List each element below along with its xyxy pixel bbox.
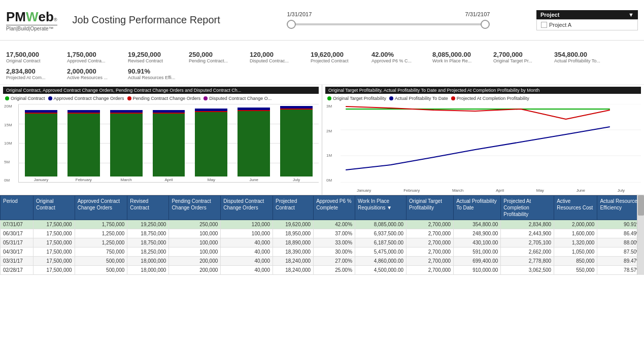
bar-overlay-red xyxy=(67,113,100,114)
kpi-item: 8,085,000.00Work In Place Re... xyxy=(432,50,493,64)
kpi-items-row1: 17,500,000Original Contract1,750,000Appr… xyxy=(6,50,638,64)
sort-icon-wip[interactable]: ▼ xyxy=(387,205,392,210)
th-approved-cco: Approved Contract Change Orders xyxy=(75,196,127,220)
th-actual-profit: Actual Profitability To Date xyxy=(454,196,501,220)
kpi-label: Approved P6 % C... xyxy=(371,58,426,63)
table-cell: 699,400.00 xyxy=(454,257,501,266)
logo-tagline: Plan|Build|Operate™ xyxy=(6,25,57,31)
table-cell: 02/28/17 xyxy=(1,266,33,275)
legend-dot-green xyxy=(5,96,9,100)
logo-leaf-icon: W xyxy=(26,9,39,25)
scrollbar-thumb[interactable] xyxy=(638,195,644,216)
project-filter-title: Project xyxy=(540,12,559,18)
table-cell: 2,700,000 xyxy=(406,220,454,229)
kpi-label: Approved Contra... xyxy=(67,58,122,63)
table-cell: 2,700,000 xyxy=(406,229,454,238)
bar xyxy=(280,106,313,176)
bar-overlay-red xyxy=(110,113,143,114)
grid-line-bottom xyxy=(18,182,319,183)
table-cell: 100,000 xyxy=(169,238,221,247)
line-chart-legend: Original Target Profitability Actual Pro… xyxy=(325,95,641,102)
table-cell: 2,700,000 xyxy=(406,257,454,266)
slider-left-thumb[interactable] xyxy=(287,20,296,29)
bar xyxy=(67,110,100,176)
legend-approved-cco: Approved Contract Change Orders xyxy=(48,96,124,101)
table-cell: 17,500,000 xyxy=(33,257,75,266)
table-cell: 17,500,000 xyxy=(33,238,75,247)
table-cell: 07/31/07 xyxy=(1,220,33,229)
bar-group: March xyxy=(106,104,147,182)
grid-line xyxy=(18,104,319,104)
th-original-target: Original Target Profitability xyxy=(406,196,454,220)
th-approved-p6: Approved P6 % Complete xyxy=(314,196,355,220)
table-cell: 591,000.00 xyxy=(454,247,501,257)
table-row: 04/30/1717,500,000750,00018,250,000100,0… xyxy=(1,247,644,257)
kpi-items-row2: 2,834,800Projected At Com...2,000,000Act… xyxy=(6,66,638,81)
charts-section: Original Contract, Approved Contract Cha… xyxy=(0,85,644,195)
scrollbar[interactable] xyxy=(637,195,644,275)
th-work-in-place: Work In Place Requisitions ▼ xyxy=(355,196,406,220)
table-cell: 910,000.00 xyxy=(454,266,501,275)
project-options: Project A xyxy=(536,19,638,30)
logo: PM W eb ® xyxy=(6,9,57,25)
table-cell: 2,700,000 xyxy=(406,238,454,247)
table-cell: 250,000 xyxy=(169,220,221,229)
y-axis: 20M 15M 10M 5M 0M xyxy=(4,104,12,183)
project-checkbox[interactable] xyxy=(541,22,547,28)
project-label: Project A xyxy=(549,22,571,28)
table-cell: 3,062,500 xyxy=(501,266,554,275)
table-row: 07/31/0717,500,0001,750,00019,250,000250… xyxy=(1,220,644,229)
table-cell: 200,000 xyxy=(169,266,221,275)
kpi-value: 90.91% xyxy=(128,67,183,75)
kpi-label: Actual Resources Effi... xyxy=(128,75,183,80)
date-range: 1/31/2017 7/31/2107 xyxy=(251,11,526,29)
table-cell: 500,000 xyxy=(75,266,127,275)
table-cell: 40,000 xyxy=(221,238,273,247)
slider-right-thumb[interactable] xyxy=(481,20,490,29)
date-slider[interactable] xyxy=(287,23,490,25)
table-cell: 18,240,000 xyxy=(273,257,314,266)
table-cell: 120,000 xyxy=(221,220,273,229)
table-cell: 354,800.00 xyxy=(454,220,501,229)
line-chart-panel: Original Target Profitability, Actual Pr… xyxy=(322,85,644,195)
line-chart-title: Original Target Profitability, Actual Pr… xyxy=(325,87,641,94)
kpi-label: Original Target Pr... xyxy=(493,58,548,63)
table-cell: 27.00% xyxy=(314,257,355,266)
table-cell: 40,000 xyxy=(221,247,273,257)
legend-dot-green2 xyxy=(327,96,331,100)
report-title: Job Costing Performance Report xyxy=(73,14,220,26)
kpi-label: Projected At Com... xyxy=(6,75,61,80)
table-header-row: Period Original Contract Approved Contra… xyxy=(1,196,644,220)
table-cell: 750,000 xyxy=(75,247,127,257)
table-cell: 1,320,000 xyxy=(554,238,597,247)
kpi-value: 250,000 xyxy=(189,51,244,58)
kpi-row-1 xyxy=(0,41,644,47)
table-cell: 25.00% xyxy=(314,266,355,275)
table-cell: 100,000 xyxy=(221,229,273,238)
kpi-item: 2,000,000Active Resources ... xyxy=(67,66,128,81)
table-cell: 05/31/17 xyxy=(1,238,33,247)
table-cell: 430,100.00 xyxy=(454,238,501,247)
project-option-a[interactable]: Project A xyxy=(541,22,633,28)
table-cell: 248,900.00 xyxy=(454,229,501,238)
th-projected-contract: Projected Contract xyxy=(273,196,314,220)
legend-pending-cco: Pending Contract Change Orders xyxy=(127,96,201,101)
end-date: 7/31/2107 xyxy=(465,11,490,17)
table-cell: 18,890,000 xyxy=(273,238,314,247)
bar-overlay-red xyxy=(280,109,313,110)
kpi-value: 42.00% xyxy=(371,51,426,58)
bar xyxy=(238,108,270,176)
line-x-labels: January February March April May June Ju… xyxy=(341,188,641,193)
legend-dot-blue2 xyxy=(389,96,393,100)
kpi-item: 120,000Disputed Contrac... xyxy=(250,50,311,64)
table-cell: 1,050,000 xyxy=(554,247,597,257)
start-date: 1/31/2017 xyxy=(287,11,312,17)
kpi-label: Disputed Contrac... xyxy=(250,58,304,63)
bar-chart-title: Original Contract, Approved Contract Cha… xyxy=(3,87,319,94)
table-cell: 30.00% xyxy=(314,247,355,257)
table-cell: 5,475,000.00 xyxy=(355,247,406,257)
table-cell: 17,500,000 xyxy=(33,229,75,238)
bar-overlay-red xyxy=(25,113,57,114)
bar-chart-panel: Original Contract, Approved Contract Cha… xyxy=(0,85,322,195)
dropdown-icon[interactable]: ▼ xyxy=(628,12,634,18)
